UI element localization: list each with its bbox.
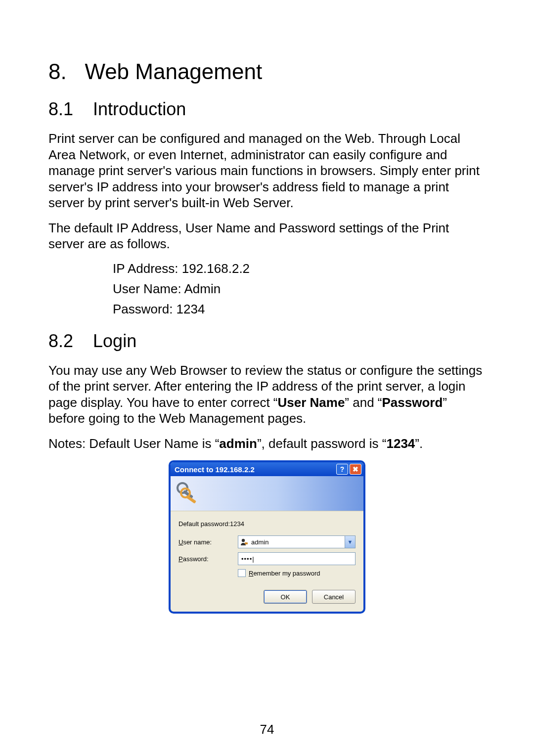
help-button[interactable]: ? <box>336 464 348 475</box>
password-label: Password: <box>178 555 238 563</box>
chapter-number: 8. <box>48 59 67 84</box>
page-number: 74 <box>0 722 534 737</box>
username-combobox[interactable]: admin ▼ <box>238 535 356 548</box>
intro-paragraph-1: Print server can be configured and manag… <box>48 131 486 211</box>
password-masked-value: ••••| <box>241 555 255 563</box>
dialog-banner <box>171 476 363 511</box>
section-title: Introduction <box>93 99 186 119</box>
bold-username: User Name <box>277 395 345 410</box>
cancel-button[interactable]: Cancel <box>312 590 356 604</box>
dialog-realm-text: Default password:1234 <box>178 520 356 528</box>
bold-password: Password <box>382 395 443 410</box>
username-label: User name: <box>178 538 238 546</box>
default-ip: IP Address: 192.168.2.2 <box>113 261 486 276</box>
section-number: 8.1 <box>48 99 73 119</box>
chapter-heading: 8. Web Management <box>48 59 486 84</box>
chevron-down-icon[interactable]: ▼ <box>345 536 355 548</box>
section-heading-login: 8.2 Login <box>48 331 486 352</box>
default-password: Password: 1234 <box>113 302 486 317</box>
remember-password-checkbox[interactable] <box>238 569 246 577</box>
user-icon <box>240 538 248 546</box>
keys-icon <box>174 479 202 508</box>
chapter-title: Web Management <box>85 59 262 84</box>
login-dialog: Connect to 192.168.2.2 ? ✖ Default passw… <box>169 460 365 614</box>
intro-paragraph-2: The default IP Address, User Name and Pa… <box>48 220 486 252</box>
default-settings-block: IP Address: 192.168.2.2 User Name: Admin… <box>113 261 486 317</box>
bold-admin: admin <box>219 436 257 451</box>
default-username: User Name: Admin <box>113 281 486 297</box>
username-value: admin <box>251 538 268 546</box>
svg-rect-5 <box>245 542 248 544</box>
dialog-titlebar[interactable]: Connect to 192.168.2.2 ? ✖ <box>171 462 363 476</box>
close-icon: ✖ <box>353 465 358 473</box>
login-notes: Notes: Default User Name is “admin”, def… <box>48 436 486 452</box>
close-button[interactable]: ✖ <box>350 464 361 475</box>
ok-button[interactable]: OK <box>264 590 307 604</box>
section-heading-introduction: 8.1 Introduction <box>48 99 486 120</box>
section-number: 8.2 <box>48 331 73 351</box>
bold-1234: 1234 <box>386 436 415 451</box>
password-input[interactable]: ••••| <box>238 552 356 565</box>
dialog-title: Connect to 192.168.2.2 <box>175 465 255 474</box>
help-icon: ? <box>340 465 345 473</box>
remember-password-label: Remember my password <box>249 570 320 577</box>
login-paragraph-1: You may use any Web Browser to review th… <box>48 362 486 427</box>
section-title: Login <box>93 331 136 351</box>
svg-point-4 <box>242 539 245 542</box>
